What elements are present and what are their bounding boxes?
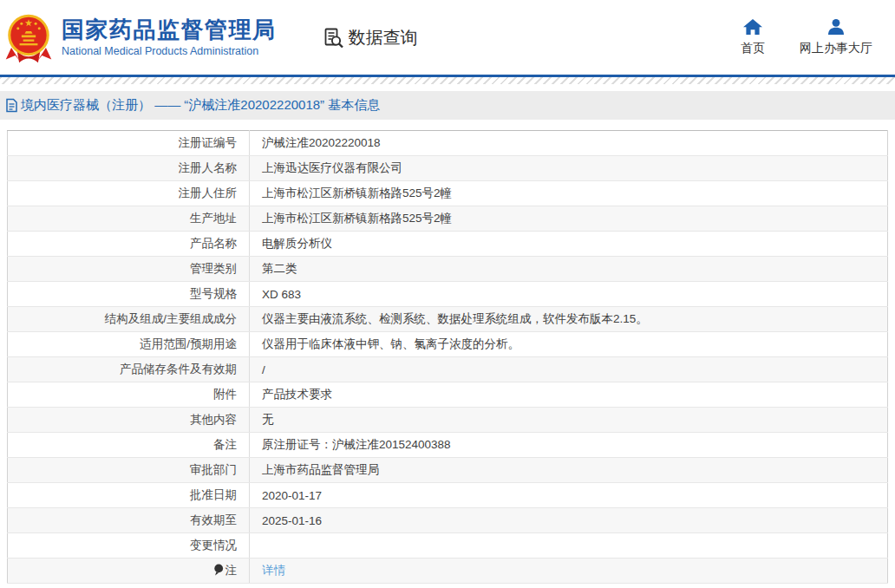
agency-name-cn: 国家药品监督管理局 — [62, 17, 277, 43]
row-value: 沪械注准20202220018 — [250, 131, 888, 156]
row-value: / — [250, 357, 888, 382]
row-value: 上海市松江区新桥镇新格路525号2幢 — [250, 181, 888, 206]
table-row: 批准日期2020-01-17 — [8, 483, 888, 508]
row-value: 2025-01-16 — [250, 508, 888, 533]
data-query-label: 数据查询 — [349, 26, 418, 49]
row-label: 型号规格 — [8, 282, 250, 307]
row-value: 原注册证号：沪械注准20152400388 — [250, 433, 888, 458]
table-row: 有效期至2025-01-16 — [8, 508, 888, 533]
hatch-band — [0, 77, 895, 84]
nav-service-hall-label: 网上办事大厅 — [800, 41, 872, 56]
agency-name-en: National Medical Products Administration — [62, 45, 277, 57]
table-row: 附件产品技术要求 — [8, 382, 888, 408]
row-label: 注册证编号 — [8, 131, 250, 156]
table-row: 注详情 — [8, 559, 888, 584]
user-icon — [827, 18, 845, 36]
home-icon — [743, 18, 762, 36]
table-row: 产品名称电解质分析仪 — [8, 232, 888, 257]
table-row: 变更情况 — [8, 533, 888, 559]
breadcrumb: 境内医疗器械（注册） —— “沪械注准20202220018” 基本信息 — [0, 91, 895, 120]
row-value: 第二类 — [250, 257, 888, 282]
row-label: 适用范围/预期用途 — [8, 332, 250, 357]
table-row: 审批部门上海市药品监督管理局 — [8, 458, 888, 483]
row-label: 批准日期 — [8, 483, 250, 508]
row-value: 产品技术要求 — [250, 382, 888, 408]
registration-info-table: 注册证编号沪械注准20202220018注册人名称上海迅达医疗仪器有限公司注册人… — [7, 130, 888, 584]
header-nav: 首页 网上办事大厅 — [741, 18, 872, 56]
row-value: 上海市药品监督管理局 — [250, 458, 888, 483]
detail-link[interactable]: 详情 — [262, 564, 285, 577]
agency-title-block: 国家药品监督管理局 National Medical Products Admi… — [62, 17, 277, 58]
row-value: 2020-01-17 — [250, 483, 888, 508]
row-value: 仪器用于临床体液中钾、钠、氯离子浓度的分析。 — [250, 332, 888, 357]
table-row: 注册证编号沪械注准20202220018 — [8, 131, 888, 156]
row-value: XD 683 — [250, 282, 888, 307]
table-row: 注册人住所上海市松江区新桥镇新格路525号2幢 — [8, 181, 888, 206]
row-value: 上海市松江区新桥镇新格路525号2幢 — [250, 206, 888, 232]
table-row: 型号规格XD 683 — [8, 282, 888, 307]
row-label: 有效期至 — [8, 508, 250, 533]
nav-home[interactable]: 首页 — [741, 18, 765, 56]
data-query-nav[interactable]: 数据查询 — [322, 26, 418, 49]
row-label: 结构及组成/主要组成成分 — [8, 307, 250, 332]
row-label: 产品储存条件及有效期 — [8, 357, 250, 382]
row-value: 仪器主要由液流系统、检测系统、数据处理系统组成，软件发布版本2.15。 — [250, 307, 888, 332]
row-label: 其他内容 — [8, 408, 250, 433]
row-value: 上海迅达医疗仪器有限公司 — [250, 156, 888, 181]
row-label: 注册人住所 — [8, 181, 250, 206]
row-label: 产品名称 — [8, 232, 250, 257]
table-row: 适用范围/预期用途仪器用于临床体液中钾、钠、氯离子浓度的分析。 — [8, 332, 888, 357]
table-row: 结构及组成/主要组成成分仪器主要由液流系统、检测系统、数据处理系统组成，软件发布… — [8, 307, 888, 332]
row-value — [250, 533, 888, 559]
row-value: 电解质分析仪 — [250, 232, 888, 257]
row-label: 审批部门 — [8, 458, 250, 483]
row-label: 附件 — [8, 382, 250, 408]
registration-info-table-wrap: 注册证编号沪械注准20202220018注册人名称上海迅达医疗仪器有限公司注册人… — [7, 130, 888, 584]
national-emblem-logo — [3, 12, 54, 66]
row-label: 注册人名称 — [8, 156, 250, 181]
row-label: 管理类别 — [8, 257, 250, 282]
row-label: 备注 — [8, 433, 250, 458]
row-value: 详情 — [250, 559, 888, 584]
table-row: 注册人名称上海迅达医疗仪器有限公司 — [8, 156, 888, 181]
balloon-icon — [213, 564, 224, 578]
table-row: 产品储存条件及有效期/ — [8, 357, 888, 382]
page-icon — [5, 98, 18, 113]
table-row: 其他内容无 — [8, 408, 888, 433]
table-row: 备注原注册证号：沪械注准20152400388 — [8, 433, 888, 458]
row-label: 注 — [8, 559, 250, 584]
row-label: 生产地址 — [8, 206, 250, 232]
row-label: 变更情况 — [8, 533, 250, 559]
table-row: 生产地址上海市松江区新桥镇新格路525号2幢 — [8, 206, 888, 232]
site-header: 国家药品监督管理局 National Medical Products Admi… — [0, 0, 895, 75]
row-value: 无 — [250, 408, 888, 433]
nav-service-hall[interactable]: 网上办事大厅 — [800, 18, 872, 56]
table-row: 管理类别第二类 — [8, 257, 888, 282]
nav-home-label: 首页 — [741, 41, 765, 56]
document-search-icon — [322, 26, 345, 49]
page-title: 境内医疗器械（注册） —— “沪械注准20202220018” 基本信息 — [21, 97, 380, 114]
info-table-body: 注册证编号沪械注准20202220018注册人名称上海迅达医疗仪器有限公司注册人… — [8, 131, 888, 584]
